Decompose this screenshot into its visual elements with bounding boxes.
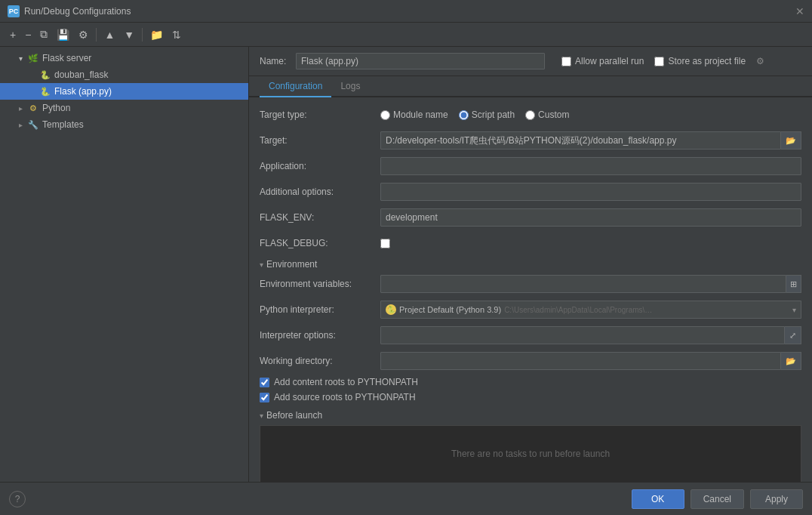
- radio-module-name[interactable]: Module name: [380, 109, 448, 120]
- flask-server-icon: 🌿: [27, 52, 39, 64]
- tree-item-flask-app[interactable]: ▸ 🐍 Flask (app.py): [0, 83, 248, 100]
- store-project-checkbox[interactable]: [654, 57, 664, 66]
- toolbar: + − ⧉ 💾 ⚙ ▲ ▼ 📁 ⇅: [0, 23, 812, 47]
- folder-open-icon: 📂: [786, 136, 796, 146]
- environment-section-header[interactable]: ▾ Environment: [260, 259, 801, 270]
- radio-script-input[interactable]: [459, 110, 469, 120]
- add-config-button[interactable]: +: [6, 26, 20, 43]
- templates-label: Templates: [42, 119, 84, 130]
- python-icon: ⚙: [27, 102, 39, 114]
- working-dir-browse-button[interactable]: 📂: [781, 352, 801, 370]
- remove-config-button[interactable]: −: [21, 26, 35, 43]
- additional-options-row: Additional options:: [260, 182, 801, 202]
- working-dir-group: 📂: [380, 352, 801, 370]
- radio-module-input[interactable]: [380, 110, 390, 120]
- application-label: Application:: [260, 161, 380, 171]
- copy-icon: ⧉: [40, 28, 48, 41]
- python-interpreter-select[interactable]: 🐍 Project Default (Python 3.9) C:\Users\…: [380, 301, 801, 319]
- tree-item-flask-server[interactable]: ▾ 🌿 Flask server: [0, 50, 248, 66]
- target-input[interactable]: [380, 131, 781, 150]
- move-up-button[interactable]: ▲: [100, 26, 118, 43]
- flask-debug-control: [380, 239, 801, 248]
- save-icon: 💾: [57, 29, 69, 41]
- flask-debug-label: FLASK_DEBUG:: [260, 238, 380, 248]
- before-launch-label: Before launch: [266, 410, 322, 421]
- flask-debug-row: FLASK_DEBUG:: [260, 233, 801, 253]
- remove-icon: −: [25, 29, 31, 41]
- cancel-button[interactable]: Cancel: [691, 489, 744, 509]
- douban-flask-label: douban_flask: [54, 69, 108, 80]
- flask-env-input[interactable]: [380, 208, 801, 227]
- before-launch-header[interactable]: ▾ Before launch: [260, 410, 801, 421]
- left-panel: ▾ 🌿 Flask server ▸ 🐍 douban_flask ▸ 🐍 Fl…: [0, 47, 249, 482]
- flask-server-label: Flask server: [42, 53, 91, 63]
- radio-script-path[interactable]: Script path: [459, 109, 515, 120]
- tab-logs[interactable]: Logs: [331, 76, 369, 97]
- interpreter-options-control: ⤢: [380, 326, 801, 344]
- allow-parallel-checkbox[interactable]: [561, 57, 571, 66]
- application-input[interactable]: [380, 157, 801, 175]
- sort-button[interactable]: ⇅: [168, 26, 185, 43]
- save-config-button[interactable]: 💾: [53, 26, 73, 43]
- application-row: Application:: [260, 156, 801, 176]
- target-browse-button[interactable]: 📂: [781, 131, 801, 150]
- flask-env-row: FLASK_ENV:: [260, 208, 801, 227]
- application-control: [380, 157, 801, 175]
- window-title: Run/Debug Configurations: [24, 6, 131, 17]
- bottom-left: ?: [9, 491, 26, 507]
- name-input[interactable]: [296, 53, 545, 69]
- add-source-roots-checkbox[interactable]: [260, 393, 269, 402]
- folder-button[interactable]: 📁: [146, 26, 167, 43]
- flask-debug-checkbox[interactable]: [380, 239, 390, 248]
- help-button[interactable]: ?: [9, 491, 26, 507]
- radio-custom-input[interactable]: [525, 110, 535, 120]
- interpreter-options-input[interactable]: [380, 326, 785, 344]
- working-directory-input[interactable]: [380, 352, 781, 370]
- tree-item-python[interactable]: ▸ ⚙ Python: [0, 100, 248, 116]
- ok-button[interactable]: OK: [632, 489, 684, 509]
- tree-item-douban-flask[interactable]: ▸ 🐍 douban_flask: [0, 66, 248, 83]
- target-type-label: Target type:: [260, 109, 380, 120]
- header-options: Allow parallel run Store as project file…: [561, 56, 764, 66]
- python-label: Python: [42, 103, 70, 113]
- right-panel: Name: Allow parallel run Store as projec…: [249, 47, 812, 482]
- additional-options-input[interactable]: [380, 183, 801, 201]
- add-content-roots-label[interactable]: Add content roots to PYTHONPATH: [274, 377, 418, 387]
- add-source-roots-label[interactable]: Add source roots to PYTHONPATH: [274, 392, 416, 402]
- move-down-button[interactable]: ▼: [120, 26, 138, 43]
- expand-arrow-templates: ▸: [15, 119, 26, 130]
- expand-arrow-flask-server: ▾: [15, 53, 26, 63]
- add-content-roots-checkbox[interactable]: [260, 378, 269, 387]
- store-project-label[interactable]: Store as project file: [654, 56, 746, 66]
- add-content-roots-row: Add content roots to PYTHONPATH: [260, 377, 801, 387]
- flask-app-label: Flask (app.py): [54, 86, 112, 97]
- douban-flask-icon: 🐍: [39, 69, 51, 81]
- tab-configuration[interactable]: Configuration: [260, 76, 331, 97]
- tree-item-templates[interactable]: ▸ 🔧 Templates: [0, 116, 248, 133]
- target-type-radio-group: Module name Script path Custom: [380, 109, 569, 120]
- interpreter-options-btn[interactable]: ⤢: [785, 326, 801, 344]
- copy-config-button[interactable]: ⧉: [36, 26, 51, 43]
- close-button[interactable]: ✕: [795, 5, 804, 17]
- radio-custom[interactable]: Custom: [525, 109, 569, 120]
- sort-icon: ⇅: [172, 29, 181, 41]
- apply-button[interactable]: Apply: [750, 489, 803, 509]
- env-variables-label: Environment variables:: [260, 279, 380, 289]
- name-label: Name:: [260, 56, 290, 66]
- expand-arrow-python: ▸: [15, 103, 26, 113]
- before-launch-empty: There are no tasks to run before launch: [260, 425, 801, 482]
- store-project-gear-icon[interactable]: ⚙: [756, 56, 764, 66]
- env-variables-edit-button[interactable]: ⊞: [786, 275, 801, 293]
- settings-button[interactable]: ⚙: [75, 26, 92, 43]
- no-tasks-text: There are no tasks to run before launch: [451, 449, 610, 459]
- env-variables-input[interactable]: [380, 275, 786, 293]
- interpreter-name: Project Default (Python 3.9): [399, 305, 501, 314]
- bottom-right: OK Cancel Apply: [632, 489, 803, 509]
- add-source-roots-row: Add source roots to PYTHONPATH: [260, 392, 801, 402]
- env-section-label: Environment: [266, 259, 317, 270]
- chevron-down-icon: ▾: [792, 306, 796, 314]
- folder-icon: 📁: [150, 29, 163, 41]
- interpreter-options-label: Interpreter options:: [260, 330, 380, 341]
- env-variables-row: Environment variables: ⊞: [260, 274, 801, 294]
- allow-parallel-label[interactable]: Allow parallel run: [561, 56, 644, 66]
